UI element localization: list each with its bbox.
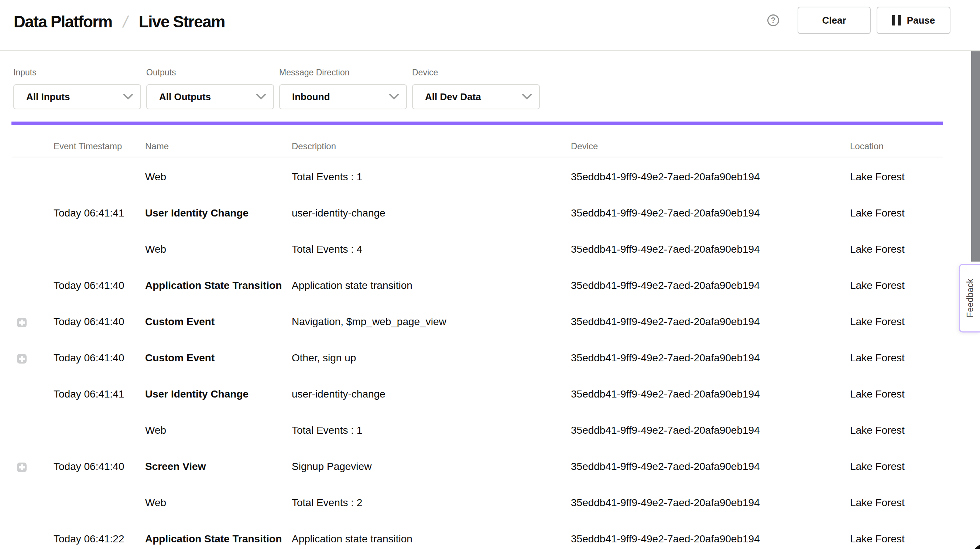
help-icon[interactable]: ? [767, 14, 779, 26]
cell-location: Lake Forest [850, 497, 905, 509]
table-row: WebTotal Events : 135eddb41-9ff9-49e2-7a… [12, 412, 943, 448]
table-row: Today 06:41:40Custom EventNavigation, $m… [12, 304, 943, 340]
chevron-down-icon [389, 94, 399, 100]
cell-description: Total Events : 1 [292, 171, 362, 183]
expand-cell [17, 352, 27, 364]
cell-name: Application State Transition [145, 280, 282, 292]
cell-device: 35eddb41-9ff9-49e2-7aed-20afa90eb194 [571, 497, 760, 509]
clear-button[interactable]: Clear [798, 6, 871, 34]
cell-device: 35eddb41-9ff9-49e2-7aed-20afa90eb194 [571, 171, 760, 183]
cell-event-timestamp: Today 06:41:40 [54, 280, 124, 292]
chat-bubble-partial[interactable] [970, 543, 980, 549]
column-header-description: Description [292, 141, 336, 152]
cell-description: Application state transition [292, 280, 412, 292]
filter-label: Device [412, 68, 540, 78]
cell-name: Screen View [145, 461, 206, 472]
filter-inputs: InputsAll Inputs [13, 68, 141, 109]
filter-label: Message Direction [279, 68, 407, 78]
cell-name: Web [145, 497, 166, 509]
filter-select[interactable]: All Outputs [146, 84, 274, 109]
events-table: Event Timestamp Name Description Device … [12, 125, 943, 549]
cell-device: 35eddb41-9ff9-49e2-7aed-20afa90eb194 [571, 316, 760, 328]
cell-name: User Identity Change [145, 207, 248, 219]
cell-location: Lake Forest [850, 461, 905, 472]
expand-cell [17, 461, 27, 472]
filter-select[interactable]: All Dev Data [412, 84, 540, 109]
app-header: Data Platform / Live Stream ? Clear Paus… [0, 0, 980, 51]
cell-name: Custom Event [145, 316, 215, 328]
cell-location: Lake Forest [850, 171, 905, 183]
table-row: WebTotal Events : 135eddb41-9ff9-49e2-7a… [12, 159, 943, 195]
filter-select[interactable]: Inbound [279, 84, 407, 109]
cell-device: 35eddb41-9ff9-49e2-7aed-20afa90eb194 [571, 207, 760, 219]
cell-description: Total Events : 4 [292, 243, 362, 255]
expand-row-icon[interactable] [17, 318, 27, 327]
column-header-event-timestamp: Event Timestamp [54, 141, 122, 152]
cell-name: Web [145, 425, 166, 436]
table-row: Today 06:41:40Custom EventOther, sign up… [12, 340, 943, 376]
filter-select[interactable]: All Inputs [13, 84, 141, 109]
cell-device: 35eddb41-9ff9-49e2-7aed-20afa90eb194 [571, 243, 760, 255]
cell-device: 35eddb41-9ff9-49e2-7aed-20afa90eb194 [571, 352, 760, 364]
table-row: WebTotal Events : 235eddb41-9ff9-49e2-7a… [12, 485, 943, 521]
cell-description: Application state transition [292, 533, 412, 545]
filter-selected-value: All Inputs [26, 91, 123, 103]
cell-description: Signup Pageview [292, 461, 371, 472]
expand-cell [17, 316, 27, 328]
live-stream-progress-bar [11, 121, 943, 125]
table-header-row: Event Timestamp Name Description Device … [12, 125, 943, 157]
chevron-down-icon [522, 94, 532, 100]
column-header-name: Name [145, 141, 169, 152]
cell-description: Other, sign up [292, 352, 356, 364]
breadcrumb: Data Platform / Live Stream [14, 0, 225, 44]
cell-name: User Identity Change [145, 388, 248, 400]
breadcrumb-parent[interactable]: Data Platform [14, 13, 112, 31]
table-body: WebTotal Events : 135eddb41-9ff9-49e2-7a… [12, 157, 943, 549]
table-row: Today 06:41:22Application State Transiti… [12, 521, 943, 549]
filter-selected-value: All Outputs [159, 91, 256, 103]
header-actions: ? Clear Pause [767, 0, 950, 41]
filter-bar: InputsAll InputsOutputsAll OutputsMessag… [13, 68, 540, 109]
cell-location: Lake Forest [850, 207, 905, 219]
cell-event-timestamp: Today 06:41:41 [54, 388, 124, 400]
feedback-tab-label: Feedback [965, 279, 975, 318]
cell-event-timestamp: Today 06:41:40 [54, 352, 124, 364]
cell-name: Application State Transition [145, 533, 282, 545]
cell-device: 35eddb41-9ff9-49e2-7aed-20afa90eb194 [571, 280, 760, 292]
page-title: Live Stream [139, 13, 225, 31]
cell-event-timestamp: Today 06:41:22 [54, 533, 124, 545]
chevron-down-icon [123, 94, 133, 100]
filter-device: DeviceAll Dev Data [412, 68, 540, 109]
cell-device: 35eddb41-9ff9-49e2-7aed-20afa90eb194 [571, 425, 760, 436]
chevron-down-icon [256, 94, 266, 100]
column-header-location: Location [850, 141, 884, 152]
pause-icon [892, 15, 901, 26]
cell-description: Navigation, $mp_web_page_view [292, 316, 446, 328]
cell-name: Web [145, 243, 166, 255]
cell-event-timestamp: Today 06:41:40 [54, 316, 124, 328]
cell-event-timestamp: Today 06:41:40 [54, 461, 124, 472]
cell-location: Lake Forest [850, 425, 905, 436]
cell-location: Lake Forest [850, 352, 905, 364]
cell-description: user-identity-change [292, 388, 385, 400]
table-row: Today 06:41:40Application State Transiti… [12, 268, 943, 304]
cell-device: 35eddb41-9ff9-49e2-7aed-20afa90eb194 [571, 388, 760, 400]
cell-device: 35eddb41-9ff9-49e2-7aed-20afa90eb194 [571, 533, 760, 545]
table-row: Today 06:41:41User Identity Changeuser-i… [12, 376, 943, 412]
cell-description: Total Events : 2 [292, 497, 362, 509]
filter-label: Outputs [146, 68, 274, 78]
table-row: Today 06:41:40Screen ViewSignup Pageview… [12, 448, 943, 485]
filter-label: Inputs [13, 68, 141, 78]
vertical-scrollbar-thumb[interactable] [971, 51, 980, 262]
expand-row-icon[interactable] [17, 354, 27, 364]
filter-selected-value: All Dev Data [425, 91, 522, 103]
cell-name: Web [145, 171, 166, 183]
table-row: WebTotal Events : 435eddb41-9ff9-49e2-7a… [12, 231, 943, 268]
expand-row-icon[interactable] [17, 463, 27, 472]
feedback-tab[interactable]: Feedback [959, 264, 980, 332]
pause-button[interactable]: Pause [877, 6, 950, 34]
cell-event-timestamp: Today 06:41:41 [54, 207, 124, 219]
column-header-device: Device [571, 141, 598, 152]
table-row: Today 06:41:41User Identity Changeuser-i… [12, 195, 943, 231]
cell-location: Lake Forest [850, 388, 905, 400]
